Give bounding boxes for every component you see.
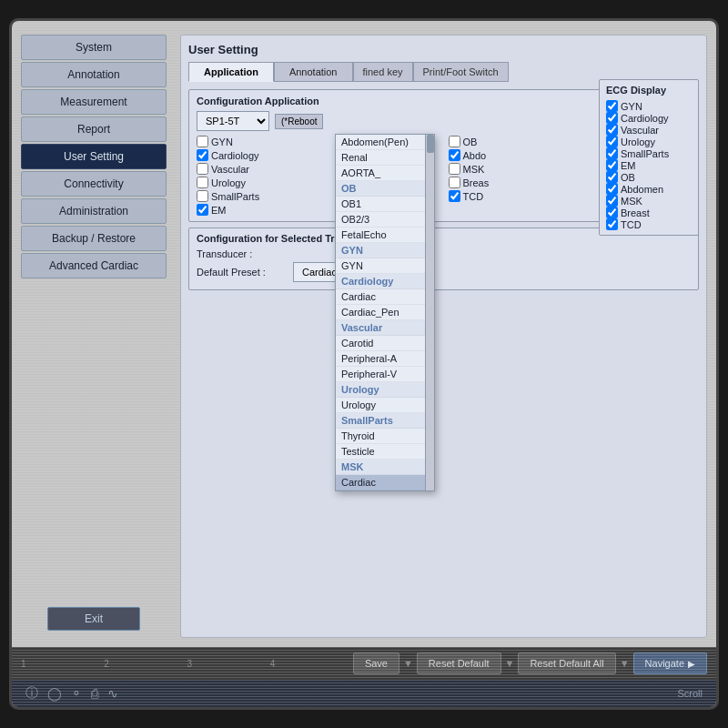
nav-num-3: 3 [187,659,192,669]
ecg-gyn: GYN [606,100,692,112]
ecg-msk-label: MSK [621,196,642,207]
transducer-label: Transducer : [197,248,288,259]
dropdown-item-cardiology-category: Cardiology [336,274,434,289]
dropdown-scrollbar[interactable] [425,135,434,490]
checkbox-msk-input[interactable] [449,163,460,175]
dropdown-item-carotid[interactable]: Carotid [336,336,434,351]
checkbox-tcd-input[interactable] [449,190,460,202]
checkbox-gyn-input[interactable] [197,136,208,147]
dropdown-item-peripheral-a[interactable]: Peripheral-A [336,351,434,367]
nav-segment-1: 1 [21,659,100,669]
ecg-em-input[interactable] [606,159,618,171]
sidebar-item-administration[interactable]: Administration [21,198,167,224]
ecg-urology-input[interactable] [606,136,618,147]
sidebar-item-user-setting[interactable]: User Setting [21,144,167,169]
checkbox-smallparts-input[interactable] [197,190,208,202]
sidebar-item-backup-restore[interactable]: Backup / Restore [21,226,167,251]
main-content: System Annotation Measurement Report Use… [12,21,716,647]
ecg-smallparts: SmallParts [606,147,692,159]
ecg-gyn-label: GYN [621,101,642,112]
default-preset-label: Default Preset : [197,267,288,278]
ecg-tcd-label: TCD [621,219,642,230]
checkbox-cardiology-label: Cardiology [211,150,259,161]
ecg-urology-label: Urology [621,136,655,147]
save-button[interactable]: Save [353,652,399,674]
ecg-msk: MSK [606,195,692,207]
tab-annotation[interactable]: Annotation [274,62,353,82]
sidebar-item-report[interactable]: Report [21,116,167,142]
tab-print-foot-switch[interactable]: Print/Foot Switch [413,62,509,82]
dropdown-item-cardiac-pen[interactable]: Cardiac_Pen [336,305,434,320]
reset-default-button[interactable]: Reset Default [417,652,501,674]
dropdown-item-thyroid[interactable]: Thyroid [336,429,434,444]
tab-application[interactable]: Application [188,62,274,82]
sidebar-item-measurement[interactable]: Measurement [21,89,167,115]
dropdown-item-testicle[interactable]: Testicle [336,444,434,460]
sidebar-item-system[interactable]: System [21,35,167,60]
default-preset-field-row: Default Preset : Cardiac [197,262,691,282]
ecg-cardiology-label: Cardiology [621,113,669,124]
sidebar-item-advanced-cardiac[interactable]: Advanced Cardiac [21,253,167,278]
dropdown-item-urology-category: Urology [336,382,434,398]
dropdown-item-cardiac-selected[interactable]: Cardiac [336,475,434,490]
status-wifi-icon: ∿ [107,686,118,701]
checkbox-em-input[interactable] [197,204,208,216]
ecg-abdomen-input[interactable] [606,183,618,195]
dropdown-item-smallparts-category: SmallParts [336,413,434,429]
ecg-breast-input[interactable] [606,207,618,218]
checkbox-urology-input[interactable] [197,177,208,188]
checkbox-urology-label: Urology [211,177,246,188]
dropdown-item-ob23[interactable]: OB2/3 [336,212,434,228]
navigate-button[interactable]: Navigate ▶ [633,652,707,674]
ecg-urology: Urology [606,136,692,147]
sidebar-item-connectivity[interactable]: Connectivity [21,171,167,197]
status-info-icon: ⓘ [25,685,38,702]
transducer-select[interactable]: SP1-5T [197,111,269,131]
ecg-vascular-input[interactable] [606,124,618,136]
user-setting-box: User Setting Application Annotation fine… [180,35,707,638]
reboot-button[interactable]: (*Reboot [275,114,323,129]
tab-user-defined-key[interactable]: fined key [353,62,413,82]
dropdown-item-ob-category: OB [336,181,434,197]
ecg-tcd: TCD [606,218,692,230]
dropdown-item-gyn-category: GYN [336,243,434,258]
dropdown-item-cardiac[interactable]: Cardiac [336,289,434,305]
ecg-tcd-input[interactable] [606,218,618,230]
reset-default-all-button[interactable]: Reset Default All [518,652,615,674]
dropdown-item-abdomen-pen[interactable]: Abdomen(Pen) [336,135,434,150]
checkbox-vascular-input[interactable] [197,163,208,175]
dropdown-overlay: Abdomen(Pen) Renal AORTA_ OB OB1 OB2/3 F… [335,134,435,491]
ecg-display-title: ECG Display [606,85,692,96]
ecg-em-label: EM [621,160,636,171]
ecg-ob-input[interactable] [606,171,618,183]
checkbox-cardiology-input[interactable] [197,149,208,161]
ecg-abdomen-label: Abdomen [621,184,663,195]
dropdown-item-ob1[interactable]: OB1 [336,197,434,212]
sidebar-item-annotation[interactable]: Annotation [21,62,167,87]
dropdown-item-renal[interactable]: Renal [336,150,434,166]
ecg-gyn-input[interactable] [606,100,618,112]
nav-num-1: 1 [21,659,26,669]
exit-button[interactable]: Exit [47,607,140,631]
dropdown-item-gyn[interactable]: GYN [336,258,434,274]
dropdown-item-msk-category: MSK [336,460,434,475]
ecg-ob-label: OB [621,172,635,183]
checkbox-abdo-input[interactable] [449,149,460,161]
dropdown-item-peripheral-v[interactable]: Peripheral-V [336,367,434,382]
checkbox-tcd-label: TCD [463,191,484,202]
checkbox-ob-input[interactable] [449,136,460,147]
dropdown-scroll-thumb [427,135,434,153]
checkbox-breast-input[interactable] [449,177,460,188]
ecg-abdomen: Abdomen [606,183,692,195]
dropdown-item-aorta[interactable]: AORTA_ [336,166,434,181]
dropdown-item-fetalecho[interactable]: FetalEcho [336,228,434,243]
ecg-cardiology-input[interactable] [606,112,618,124]
dropdown-item-urology[interactable]: Urology [336,398,434,413]
ecg-smallparts-input[interactable] [606,147,618,159]
nav-num-4: 4 [270,659,276,669]
nav-segment-3: 3 [187,659,266,669]
ecg-msk-input[interactable] [606,195,618,207]
ecg-breast-label: Breast [621,207,650,218]
nav-num-2: 2 [104,659,109,669]
nav-bar: 1 2 3 4 Save ▼ Reset Default ▼ Reset Def… [12,647,716,680]
